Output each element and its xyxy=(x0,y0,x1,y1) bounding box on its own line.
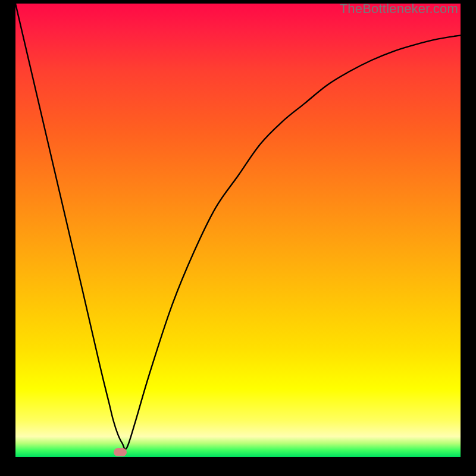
plot-area xyxy=(15,4,461,457)
curve-layer xyxy=(15,4,461,457)
watermark-text: TheBottleneker.com xyxy=(340,1,458,17)
bottleneck-curve xyxy=(15,4,461,449)
optimal-marker xyxy=(114,448,127,456)
chart-stage: TheBottleneker.com xyxy=(0,0,476,476)
